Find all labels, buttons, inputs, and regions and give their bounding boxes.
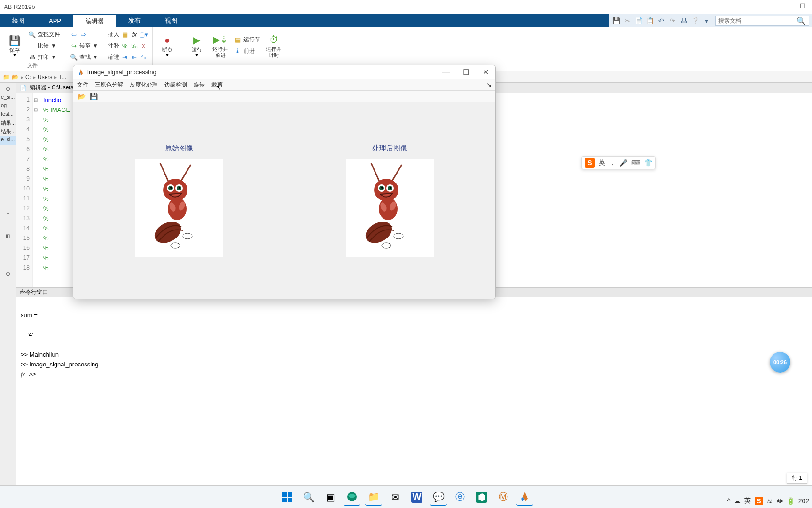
tray-sogou-icon[interactable]: S [755,497,763,505]
indent-icon[interactable]: ⇥ [121,53,129,61]
figure-maximize-button[interactable]: ☐ [460,68,472,77]
file-item[interactable]: e_si... [0,136,16,145]
ime-keyboard-icon[interactable]: ⌨ [631,159,640,167]
menu-overflow-icon[interactable]: ↘ [486,81,492,88]
taskview-button[interactable]: ▣ [322,489,339,506]
search-box[interactable]: 🔍 [715,16,809,26]
nav-back-button[interactable]: ⇦⇨ [69,29,88,40]
minimize-button[interactable]: — [785,2,791,9]
ime-skin-icon[interactable]: 👕 [644,159,652,167]
crumb-users[interactable]: Users [38,74,52,80]
folder-up-icon[interactable]: 📂 [12,74,19,80]
compare-button[interactable]: ≣比较 ▼ [27,40,57,51]
tray-network-icon[interactable]: ≋ [767,497,773,505]
run-time-button[interactable]: ⏱ 运行并 计时 [263,29,285,62]
tray-lang[interactable]: 英 [744,497,751,505]
ime-lang[interactable]: 英 [599,159,605,167]
uncomment-icon[interactable]: ‰ [131,42,138,49]
open-icon[interactable]: 📂 [77,92,86,101]
command-window[interactable]: sum = '4' >> Mainchilun >> image_signal_… [16,297,812,497]
comment-icon[interactable]: % [121,42,129,49]
file-item[interactable]: e_si... [0,94,16,103]
edge-button[interactable] [344,489,360,506]
run-button[interactable]: ▶ 运行 ▼ [186,29,208,62]
breakpoints-button[interactable]: ● 断点 ▼ [156,29,178,62]
outdent-icon[interactable]: ⇤ [131,53,138,61]
maximize-button[interactable]: ☐ [800,2,806,9]
matlab-button[interactable] [516,489,533,506]
tray-expand-icon[interactable]: ^ [727,497,731,505]
menu-crop[interactable]: 裁剪 [211,81,223,89]
print-icon[interactable]: 🖶 [679,16,688,25]
file-item[interactable]: 结果... [0,119,16,128]
tray-clock[interactable]: 202 [798,497,809,505]
ime-toolbar[interactable]: S 英 ， 🎤 ⌨ 👕 [581,156,656,169]
menu-rgb[interactable]: 三原色分解 [95,81,123,89]
file-item[interactable]: test... [0,111,16,119]
tab-app[interactable]: APP [37,14,73,27]
figure-titlebar[interactable]: image_signal_processing — ☐ ✕ [73,65,495,79]
workspace-collapse-icon[interactable]: ◧ [6,233,10,238]
save-icon[interactable]: 💾 [612,16,620,25]
find-button[interactable]: 🔍查找 ▼ [69,52,99,62]
file-item[interactable]: 结果... [0,128,16,136]
figure-close-button[interactable]: ✕ [480,68,492,77]
ime-mic-icon[interactable]: 🎤 [619,159,627,167]
crumb-c[interactable]: C: [25,74,31,80]
search-input[interactable] [718,17,796,24]
sogou-logo-icon[interactable]: S [585,158,595,168]
user-icon[interactable]: ▾ [702,16,710,25]
paste-icon[interactable]: 📋 [646,16,654,25]
file-item[interactable]: og [0,103,16,111]
word-button[interactable]: W [408,489,425,506]
run-section-button[interactable]: ▤运行节 [233,35,261,45]
insert-section-icon[interactable]: ▤ [121,31,129,38]
tab-editor[interactable]: 编辑器 [73,14,116,27]
crumb-rest[interactable]: T... [59,74,66,80]
goto-button[interactable]: ↪转至 ▼ [69,40,99,51]
mail-button[interactable]: ✉ [387,489,404,506]
copy-icon[interactable]: 📄 [634,16,643,25]
ie-button[interactable]: ⓔ [452,489,468,506]
folder-icon[interactable]: 📁 [3,74,10,80]
insert-var-icon[interactable]: ▢▾ [140,31,148,38]
menu-gray[interactable]: 灰度化处理 [130,81,158,89]
tray-cloud-icon[interactable]: ☁ [734,497,741,505]
cut-icon[interactable]: ✂ [623,16,632,25]
tray-volume-icon[interactable]: 🕪 [776,497,783,505]
ime-punct[interactable]: ， [609,159,616,167]
undo-icon[interactable]: ↶ [657,16,665,25]
menu-rotate[interactable]: 旋转 [194,81,205,89]
dropdown-icon[interactable]: ⌄ [6,209,10,215]
myapp-button[interactable]: ⬢ [473,489,490,506]
wechat-button[interactable]: 💬 [430,489,447,506]
find-files-button[interactable]: 🔍查找文件 [27,29,61,40]
dock-toggle2-icon[interactable]: ⊙ [6,270,10,277]
start-button[interactable] [279,489,296,506]
help-icon[interactable]: ❔ [691,16,699,25]
left-dock: ⊙ e_si... og test... 结果... 结果... e_si...… [0,83,16,497]
run-advance-button[interactable]: ▶⇣ 运行并 前进 [210,29,231,62]
tab-view[interactable]: 视图 [153,14,189,27]
tab-publish[interactable]: 发布 [116,14,153,27]
svg-point-29 [382,243,391,248]
search-icon[interactable]: 🔍 [796,16,806,25]
tray-battery-icon[interactable]: 🔋 [787,497,795,505]
advance-button[interactable]: ⇣前进 [233,46,256,56]
explorer-button[interactable]: 📁 [365,489,382,506]
tab-plot[interactable]: 绘图 [0,14,37,27]
print-button[interactable]: 🖶打印 ▼ [27,52,57,62]
smart-indent-icon[interactable]: ⇆ [140,53,148,61]
save-icon[interactable]: 💾 [89,92,98,101]
wrap-comment-icon[interactable]: ⚹ [140,42,148,49]
save-button[interactable]: 💾 保存 ▼ [4,29,25,62]
app2-button[interactable]: Ⓜ [495,489,512,506]
dock-toggle-icon[interactable]: ⊙ [6,86,10,92]
insert-fx-icon[interactable]: fx [131,31,138,38]
redo-icon[interactable]: ↷ [668,16,677,25]
figure-minimize-button[interactable]: — [439,68,453,77]
menu-edge[interactable]: 边缘检测 [164,81,187,89]
find-files-icon: 🔍 [28,31,36,38]
search-button[interactable]: 🔍 [300,489,317,506]
menu-file[interactable]: 文件 [77,81,88,89]
